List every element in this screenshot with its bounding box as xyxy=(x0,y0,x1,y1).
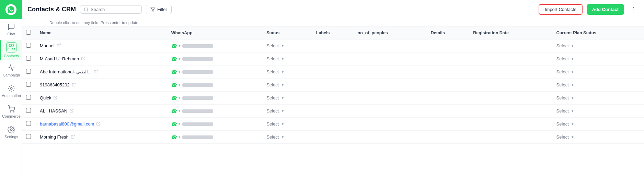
sidebar-item-contacts[interactable]: Contacts xyxy=(0,40,22,60)
search-box[interactable] xyxy=(80,5,142,14)
row-checkbox[interactable] xyxy=(26,121,31,126)
row-status-cell: Select ▼ xyxy=(262,79,312,92)
row-registration-date-cell xyxy=(469,79,552,92)
whatsapp-icon: ☎ xyxy=(171,43,177,49)
status-chevron-icon[interactable]: ▼ xyxy=(281,135,284,139)
contact-name: 919863405202 xyxy=(40,82,70,87)
row-name-cell: 919863405202 xyxy=(36,79,167,92)
status-chevron-icon[interactable]: ▼ xyxy=(281,57,284,61)
whatsapp-icon: ☎ xyxy=(171,69,177,75)
row-checkbox[interactable] xyxy=(26,95,31,100)
plus-sign: + xyxy=(179,96,181,100)
edit-hint: Double click to edit any field. Press en… xyxy=(22,19,644,26)
table-row: Abe International- الطبي... ☎ + Select xyxy=(22,65,644,79)
status-select-text: Select xyxy=(266,82,279,87)
current-plan-chevron-icon[interactable]: ▼ xyxy=(571,109,574,113)
col-labels: Labels xyxy=(312,26,354,39)
status-chevron-icon[interactable]: ▼ xyxy=(281,122,284,126)
row-details-cell xyxy=(427,39,469,52)
more-options-button[interactable]: ⋮ xyxy=(628,4,639,15)
row-no-of-peoples-cell xyxy=(354,118,427,131)
current-plan-chevron-icon[interactable]: ▼ xyxy=(571,70,574,74)
status-chevron-icon[interactable]: ▼ xyxy=(281,83,284,87)
edit-contact-icon[interactable] xyxy=(96,121,101,127)
row-checkbox[interactable] xyxy=(26,69,31,74)
import-contacts-button[interactable]: Import Contacts xyxy=(539,4,583,15)
table-row: 919863405202 ☎ + Select ▼ xyxy=(22,79,644,92)
row-registration-date-cell xyxy=(469,65,552,79)
row-registration-date-cell xyxy=(469,118,552,131)
table-row: ALI. HASSAN ☎ + Select ▼ xyxy=(22,105,644,118)
current-plan-select-text: Select xyxy=(556,43,569,48)
add-contact-button[interactable]: Add Contact xyxy=(587,4,624,15)
svg-point-2 xyxy=(10,87,12,90)
current-plan-chevron-icon[interactable]: ▼ xyxy=(571,57,574,61)
current-plan-chevron-icon[interactable]: ▼ xyxy=(571,122,574,126)
page-header: Contacts & CRM Filter Import Contacts Ad… xyxy=(22,0,644,19)
sidebar: Chat Contacts Campaign Automation xyxy=(0,0,22,179)
current-plan-chevron-icon[interactable]: ▼ xyxy=(571,44,574,48)
edit-contact-icon[interactable] xyxy=(53,95,58,101)
sidebar-settings-label: Settings xyxy=(4,135,18,139)
select-all-checkbox[interactable] xyxy=(26,30,31,35)
current-plan-chevron-icon[interactable]: ▼ xyxy=(571,83,574,87)
row-checkbox[interactable] xyxy=(26,82,31,87)
svg-point-5 xyxy=(10,129,12,131)
status-select-text: Select xyxy=(266,56,279,61)
plus-sign: + xyxy=(179,57,181,61)
phone-number-blur xyxy=(182,96,213,100)
row-details-cell xyxy=(427,65,469,79)
sidebar-item-chat[interactable]: Chat xyxy=(0,19,22,40)
table-row: barnabasal800@gmail.com ☎ + Select xyxy=(22,118,644,131)
row-whatsapp-cell: ☎ + xyxy=(167,65,262,79)
filter-button[interactable]: Filter xyxy=(146,5,172,14)
row-status-cell: Select ▼ xyxy=(262,52,312,65)
status-chevron-icon[interactable]: ▼ xyxy=(281,109,284,113)
sidebar-item-automation[interactable]: Automation xyxy=(0,81,22,102)
row-name-cell: Manuel xyxy=(36,39,167,52)
phone-number-blur xyxy=(182,83,213,87)
edit-contact-icon[interactable] xyxy=(94,69,98,75)
svg-marker-7 xyxy=(151,8,155,11)
whatsapp-icon: ☎ xyxy=(171,95,177,101)
edit-contact-icon[interactable] xyxy=(69,108,74,114)
page-title: Contacts & CRM xyxy=(27,6,76,13)
filter-label: Filter xyxy=(157,7,167,12)
status-chevron-icon[interactable]: ▼ xyxy=(281,70,284,74)
row-checkbox[interactable] xyxy=(26,43,31,48)
current-plan-select-text: Select xyxy=(556,82,569,87)
row-checkbox[interactable] xyxy=(26,56,31,61)
row-name-cell: barnabasal800@gmail.com xyxy=(36,118,167,131)
row-current-plan-cell: Select ▼ xyxy=(552,65,644,79)
row-whatsapp-cell: ☎ + xyxy=(167,79,262,92)
edit-contact-icon[interactable] xyxy=(81,56,85,62)
row-labels-cell xyxy=(312,131,354,144)
row-details-cell xyxy=(427,79,469,92)
row-registration-date-cell xyxy=(469,92,552,105)
row-registration-date-cell xyxy=(469,52,552,65)
row-checkbox-cell xyxy=(22,105,36,118)
sidebar-item-commerce[interactable]: Commerce xyxy=(0,102,22,122)
row-name-cell: Abe International- الطبي... xyxy=(36,65,167,79)
row-status-cell: Select ▼ xyxy=(262,65,312,79)
sidebar-item-settings[interactable]: Settings xyxy=(0,122,22,143)
row-checkbox-cell xyxy=(22,118,36,131)
whatsapp-icon: ☎ xyxy=(171,134,177,140)
row-checkbox[interactable] xyxy=(26,134,31,139)
status-select-text: Select xyxy=(266,95,279,100)
current-plan-chevron-icon[interactable]: ▼ xyxy=(571,135,574,139)
edit-contact-icon[interactable] xyxy=(71,134,75,140)
sidebar-item-campaign[interactable]: Campaign xyxy=(0,60,22,81)
search-input[interactable] xyxy=(91,7,132,12)
edit-contact-icon[interactable] xyxy=(72,82,76,88)
current-plan-chevron-icon[interactable]: ▼ xyxy=(571,96,574,100)
edit-contact-icon[interactable] xyxy=(57,43,61,49)
row-name-cell: ALI. HASSAN xyxy=(36,105,167,118)
svg-point-6 xyxy=(84,8,88,11)
status-select-text: Select xyxy=(266,69,279,74)
row-checkbox[interactable] xyxy=(26,108,31,113)
sidebar-automation-label: Automation xyxy=(2,94,21,98)
whatsapp-icon: ☎ xyxy=(171,82,177,88)
status-chevron-icon[interactable]: ▼ xyxy=(281,44,284,48)
status-chevron-icon[interactable]: ▼ xyxy=(281,96,284,100)
